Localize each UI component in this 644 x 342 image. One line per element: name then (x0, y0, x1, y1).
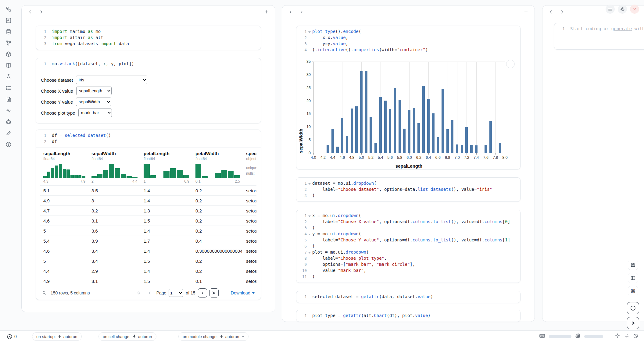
marimo-file-icon[interactable] (4, 16, 13, 25)
table-row[interactable]: 53.61.40.2setosa (40, 226, 256, 236)
first-page-button[interactable] (134, 289, 143, 297)
table-row[interactable]: 4.93.11.50.1setosa (40, 276, 256, 286)
prev-page-button[interactable] (145, 289, 154, 297)
column-header-petalLength[interactable]: petalLengthfloat6416.9 (141, 148, 192, 185)
table-row[interactable]: 4.931.40.2setosa (40, 195, 256, 205)
vega-chart[interactable]: 051015202530354.04.24.44.64.85.05.25.45.… (313, 62, 505, 153)
code-editor[interactable]: 1selected_dataset = getattr(data, datase… (296, 291, 520, 303)
fold-chevron-icon[interactable] (308, 183, 311, 185)
column-header-sepalWidth[interactable]: sepalWidthfloat6424.4 (88, 148, 141, 185)
panel-toggle-button[interactable] (628, 273, 638, 283)
ai-status-icon[interactable] (615, 333, 620, 340)
code-editor[interactable]: 1import marimo as mo2import altair as al… (36, 26, 261, 50)
shutdown-button[interactable] (630, 5, 639, 14)
line-number: 1 (36, 62, 46, 66)
x-tick-label: 4.2 (320, 155, 326, 160)
outline-icon[interactable] (4, 83, 13, 93)
next-page-button[interactable] (198, 288, 207, 297)
scratchpad-icon[interactable] (4, 128, 13, 138)
new-empty-cell[interactable]: 1 Start coding or generate with AI (554, 23, 644, 50)
chart-bar (389, 109, 391, 153)
table-search-button[interactable] (40, 289, 48, 297)
code-editor[interactable]: 1dataset = mo.ui.dropdown(2 label="Choos… (296, 178, 520, 201)
table-cell: 5 (40, 258, 88, 264)
column-header-species[interactable]: speciesobjectunique:nulls: (243, 148, 256, 185)
download-button[interactable]: Download (229, 290, 257, 296)
column-next-button[interactable] (297, 8, 306, 16)
settings-button[interactable] (618, 5, 627, 14)
plot-type-select[interactable]: mark_bar (78, 109, 112, 117)
generate-with-ai-link[interactable]: generate (611, 26, 632, 31)
swap-icon[interactable] (624, 333, 629, 340)
table-row[interactable]: 4.63.41.40.30000000000000004setosa (40, 246, 256, 256)
table-row[interactable]: 4.63.11.50.2setosa (40, 216, 256, 226)
notebook-menu-button[interactable] (606, 5, 615, 14)
run-indicator-button[interactable] (627, 302, 639, 314)
keyboard-icon[interactable] (539, 333, 545, 340)
hist-bar (132, 177, 138, 178)
table-row[interactable]: 4.42.91.40.2setosa (40, 266, 256, 276)
code-editor[interactable]: 1x = mo.ui.dropdown(2 label="Choose X va… (296, 210, 520, 283)
run-button[interactable] (627, 317, 639, 329)
documentation-icon[interactable] (4, 61, 13, 70)
logs-icon[interactable] (4, 94, 13, 104)
code-line: 1mo.vstack([dataset, x, y, plot]) (36, 61, 261, 67)
hist-bar (78, 175, 82, 178)
column-prev-button[interactable] (26, 8, 34, 16)
last-page-button[interactable] (209, 288, 219, 297)
table-row[interactable]: 5.43.91.70.4setosa (40, 236, 256, 246)
fold-chevron-icon[interactable] (308, 216, 311, 217)
column-prev-button[interactable] (547, 8, 555, 16)
axis-tick (312, 127, 313, 127)
code-editor[interactable]: 1plot_type().encode(2 x=x.value,3 y=y.va… (296, 26, 520, 56)
column-header-sepalLength[interactable]: sepalLengthfloat644.37.9 (40, 148, 88, 185)
fold-chevron-icon[interactable] (308, 252, 311, 254)
placeholder-text: Start coding or (570, 26, 611, 31)
packages-icon[interactable] (4, 49, 13, 59)
dependencies-icon[interactable] (4, 38, 13, 48)
chat-icon[interactable] (4, 117, 13, 127)
history-clock-icon[interactable] (633, 333, 639, 340)
on-startup-chip[interactable]: on startup: autorun (32, 332, 82, 341)
cell-editor[interactable]: 1 Start coding or generate with AI (554, 23, 644, 35)
on-cell-change-chip[interactable]: on cell change: autorun (98, 332, 156, 341)
add-column-button[interactable] (522, 8, 530, 16)
keyboard-shortcuts-button[interactable]: ⌘ (628, 286, 638, 296)
code-editor[interactable]: 1plot_type = getattr(alt.Chart(df), plot… (296, 310, 520, 322)
y-tick-label: 10 (306, 125, 311, 129)
table-row[interactable]: 53.41.50.2setosa (40, 256, 256, 266)
snippets-icon[interactable] (4, 72, 13, 82)
errors-indicator[interactable]: 0 (5, 331, 19, 342)
chart-menu-button[interactable]: ⋯ (506, 60, 515, 68)
table-header-row: sepalLengthfloat644.37.9sepalWidthfloat6… (40, 148, 256, 185)
column-prev-button[interactable] (286, 8, 295, 16)
column-next-button[interactable] (37, 8, 45, 16)
add-column-button[interactable] (262, 8, 271, 16)
tracing-icon[interactable] (4, 106, 13, 116)
code-editor[interactable]: 1mo.vstack([dataset, x, y, plot]) (36, 58, 261, 70)
datasets-icon[interactable] (4, 27, 13, 37)
x-value-select[interactable]: sepalLength (76, 87, 112, 95)
help-icon[interactable] (4, 140, 13, 149)
chart-bar (336, 147, 339, 153)
column-header-petalWidth[interactable]: petalWidthfloat640.12.5 (192, 148, 243, 185)
code-line: 8 label="Choose plot type", (296, 255, 520, 261)
fold-chevron-icon[interactable] (308, 31, 311, 33)
cell-selected-dataset: 1selected_dataset = getattr(data, datase… (296, 291, 521, 303)
page-select[interactable]: 1 (169, 289, 183, 297)
code-editor[interactable]: 1df = selected_dataset()2df (36, 130, 261, 148)
dataset-select[interactable]: iris (76, 76, 147, 84)
chip-label: on cell change: (103, 334, 131, 339)
save-button[interactable] (628, 260, 638, 270)
y-value-select[interactable]: sepalWidth (76, 98, 111, 106)
table-row[interactable]: 4.73.21.30.2setosa (40, 205, 256, 216)
page-total: of 15 (186, 290, 195, 295)
on-module-change-chip[interactable]: on module change: autorun (178, 332, 249, 341)
column-next-button[interactable] (558, 8, 566, 16)
explorer-icon[interactable] (4, 4, 13, 14)
line-number: 2 (296, 187, 307, 192)
table-row[interactable]: 5.13.51.40.2setosa (40, 185, 256, 195)
memory-icon[interactable] (575, 333, 581, 340)
chart-output: ⋯ sepalWidth 051015202530354.04.24.44.64… (296, 56, 520, 169)
fold-chevron-icon[interactable] (308, 234, 311, 235)
